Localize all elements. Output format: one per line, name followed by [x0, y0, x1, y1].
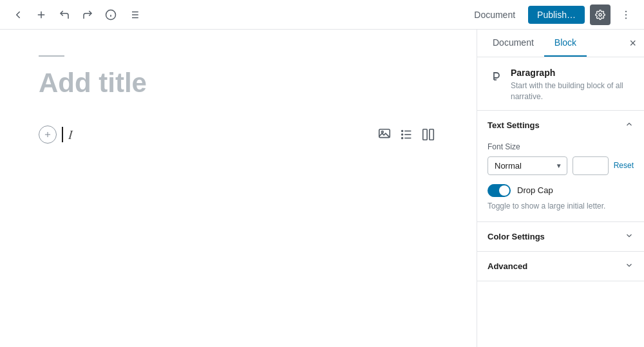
info-button[interactable] [100, 5, 121, 25]
svg-point-12 [625, 10, 627, 12]
text-settings-header[interactable]: Text Settings [477, 111, 644, 140]
svg-rect-25 [423, 129, 427, 140]
tab-document[interactable]: Document [482, 30, 544, 57]
block-info-text: Paragraph Start with the building block … [511, 68, 634, 102]
editor-cursor-line[interactable]: 𝐼 [62, 127, 370, 142]
back-button[interactable] [8, 5, 28, 25]
svg-point-22 [402, 131, 403, 132]
editor-content: Add title 𝐼 [39, 55, 438, 321]
editor-area[interactable]: Add title 𝐼 [0, 30, 477, 347]
reset-font-size-button[interactable]: Reset [614, 161, 634, 170]
text-settings-section: Text Settings Font Size Normal Small Med… [477, 111, 644, 223]
undo-button[interactable] [54, 5, 75, 25]
more-options-button[interactable] [616, 5, 636, 25]
font-size-label: Font Size [488, 142, 634, 151]
svg-point-18 [381, 131, 383, 133]
text-settings-title: Text Settings [488, 120, 540, 130]
block-name: Paragraph [511, 68, 634, 78]
main-layout: Add title 𝐼 [0, 30, 644, 347]
title-divider [39, 55, 64, 57]
block-toolbar [375, 125, 438, 144]
image-block-tool[interactable] [375, 125, 394, 144]
paragraph-icon [488, 69, 503, 88]
add-block-toolbar-button[interactable] [31, 5, 52, 25]
svg-point-23 [402, 134, 403, 135]
chevron-down-icon [625, 231, 634, 242]
editor-block-row: 𝐼 [39, 125, 438, 144]
color-settings-title: Color Settings [488, 232, 545, 241]
font-size-select[interactable]: Normal Small Medium Large Huge [488, 156, 567, 175]
toolbar-right: Document Publish… [466, 5, 636, 25]
advanced-header[interactable]: Advanced [477, 252, 644, 281]
toggle-thumb [499, 185, 509, 196]
tab-block[interactable]: Block [544, 30, 587, 57]
columns-block-tool[interactable] [419, 125, 438, 144]
chevron-up-icon [625, 120, 634, 131]
cursor-text-icon: 𝐼 [68, 127, 73, 142]
font-size-select-wrap: Normal Small Medium Large Huge ▼ [488, 156, 567, 175]
settings-button[interactable] [590, 5, 611, 25]
toolbar: Document Publish… [0, 0, 644, 30]
plus-icon [35, 9, 47, 21]
undo-icon [59, 9, 70, 21]
font-size-custom-input[interactable] [573, 156, 609, 175]
block-desc: Start with the building block of all nar… [511, 80, 634, 102]
svg-point-24 [402, 138, 403, 139]
cursor-bar [62, 127, 63, 142]
add-title-placeholder[interactable]: Add title [39, 67, 438, 99]
block-info: Paragraph Start with the building block … [477, 57, 644, 111]
chevron-down-icon-advanced [625, 261, 634, 272]
font-size-row: Normal Small Medium Large Huge ▼ Reset [488, 156, 634, 175]
list-view-button[interactable] [124, 5, 144, 25]
plus-circle-icon [43, 130, 52, 139]
info-icon [105, 9, 117, 21]
right-panel: Document Block × Paragraph Start with th… [477, 30, 644, 347]
svg-point-14 [625, 17, 627, 19]
preview-button[interactable]: Document [466, 6, 523, 24]
redo-icon [82, 9, 93, 21]
color-settings-header[interactable]: Color Settings [477, 222, 644, 251]
drop-cap-desc: Toggle to show a large initial letter. [488, 201, 634, 212]
color-settings-section: Color Settings [477, 222, 644, 252]
svg-rect-26 [430, 129, 433, 140]
close-panel-button[interactable]: × [627, 35, 639, 52]
publish-button[interactable]: Publish… [528, 6, 585, 24]
image-icon [377, 127, 392, 142]
svg-point-13 [625, 14, 627, 15]
list-block-icon [399, 127, 413, 142]
gear-icon [595, 10, 605, 20]
drop-cap-label: Drop Cap [517, 185, 553, 195]
redo-button[interactable] [77, 5, 98, 25]
ellipsis-icon [620, 9, 632, 21]
list-block-tool[interactable] [397, 125, 416, 144]
panel-tabs-group: Document Block [482, 30, 587, 57]
advanced-section: Advanced [477, 252, 644, 281]
drop-cap-toggle[interactable] [488, 184, 511, 197]
list-icon [128, 9, 140, 21]
text-settings-content: Font Size Normal Small Medium Large Huge… [477, 140, 644, 222]
add-block-button[interactable] [39, 126, 57, 144]
columns-icon [421, 127, 435, 142]
toolbar-left [8, 5, 144, 25]
drop-cap-row: Drop Cap [488, 184, 634, 197]
back-icon [12, 9, 24, 21]
panel-tabs: Document Block × [477, 30, 644, 57]
advanced-title: Advanced [488, 261, 527, 271]
svg-point-11 [599, 14, 601, 16]
